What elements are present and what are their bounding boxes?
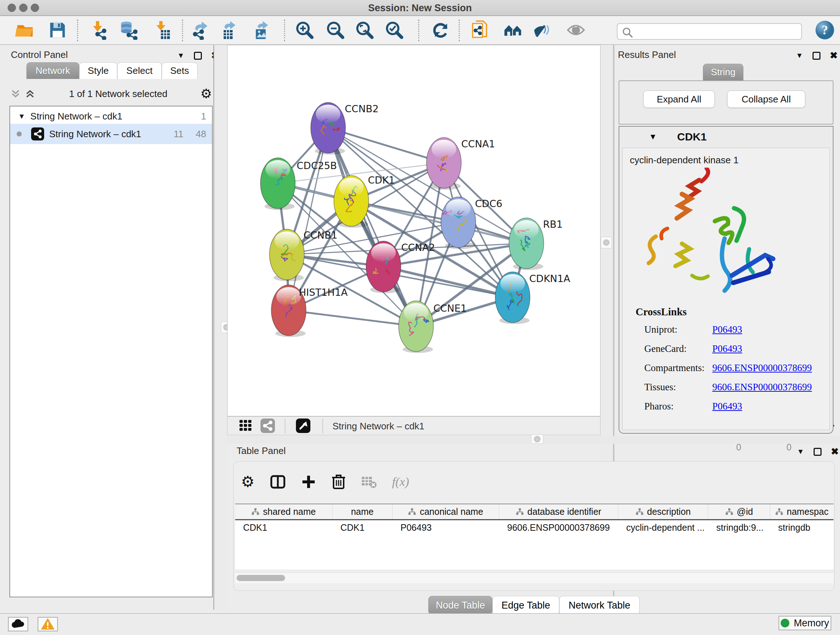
column-header-id[interactable]: @id [708,504,770,519]
genecard-link[interactable]: P06493 [712,343,742,355]
table-options-gear-icon[interactable]: ⚙ [241,474,255,489]
network-canvas[interactable]: CCNB2CCNA1CDC25BCDK1CDC6RB1CCNB1CCNA2CDK… [227,45,600,416]
home-networks-button[interactable] [502,20,523,41]
create-column-plus-icon[interactable] [301,474,316,489]
zoom-selected-button[interactable] [384,20,405,41]
help-button[interactable]: ? [814,20,835,41]
tab-style[interactable]: Style [79,62,117,79]
uniprot-link[interactable]: P06493 [712,324,742,335]
tab-node-table[interactable]: Node Table [428,596,493,615]
control-panel-float-menu-icon[interactable]: ▼ [177,51,185,60]
column-header-shared-name[interactable]: shared name [235,504,332,519]
import-database-icon [119,20,139,40]
collapse-all-button[interactable]: Collapse All [727,90,805,108]
collection-count: 1 [201,111,206,122]
pharos-link[interactable]: P06493 [712,401,742,412]
refresh-button[interactable] [430,20,451,41]
tab-select[interactable]: Select [117,62,162,79]
warning-status-button[interactable] [38,617,58,631]
left-panel-splitter[interactable] [213,45,227,610]
tab-network-table[interactable]: Network Table [559,596,639,615]
compartments-link[interactable]: 9606.ENSP00000378699 [712,363,812,374]
tissues-link[interactable]: 9606.ENSP00000378699 [712,382,812,393]
expand-all-button[interactable]: Expand All [643,90,715,108]
network-node-CCNA1[interactable] [426,138,461,190]
network-collection-row[interactable]: ▼ String Network – cdk1 1 [10,109,212,124]
cell-name[interactable]: CDK1 [332,520,393,535]
show-columns-icon[interactable] [270,474,286,490]
zoom-fit-button[interactable] [354,20,375,41]
import-network-icon [88,20,108,40]
expand-all-chevron-icon[interactable] [24,88,36,100]
accordion-expander-icon[interactable]: ▼ [649,132,657,141]
show-graphics-button[interactable] [565,20,586,41]
scrollbar-thumb[interactable] [237,575,285,581]
column-header-description[interactable]: description [618,504,708,519]
network-node-CCNB2[interactable] [311,103,346,155]
delete-column-trash-icon[interactable] [332,474,346,490]
open-session-button[interactable] [14,20,35,41]
results-panel-close-icon[interactable]: ✖ [830,50,838,61]
main-toolbar: ? [0,17,840,45]
memory-button[interactable]: Memory [778,616,831,630]
results-panel-float-icon[interactable] [813,52,821,60]
node-accordion-header[interactable]: ▼ CDK1 [619,127,833,147]
network-node-CDKN1A[interactable] [495,272,530,324]
birds-eye-view-button[interactable] [295,418,311,434]
control-panel-float-icon[interactable] [194,52,202,60]
cell-database-identifier[interactable]: 9606.ENSP00000378699 [499,520,618,535]
network-options-gear-icon[interactable]: ⚙ [201,87,212,100]
network-node-CDC6[interactable] [441,197,476,249]
import-network-database-button[interactable] [118,20,139,41]
results-panel-float-menu-icon[interactable]: ▼ [796,51,803,60]
tab-edge-table[interactable]: Edge Table [493,596,559,615]
network-edge-CCNB2-CCNA1[interactable] [328,128,444,163]
cloud-status-button[interactable] [8,617,28,631]
network-node-CDC25B[interactable] [261,158,295,210]
horizontal-splitter-handle[interactable] [531,434,543,444]
table-horizontal-scrollbar[interactable] [235,572,834,583]
collection-expander-icon[interactable]: ▼ [18,112,25,120]
cybrowser-document-button[interactable] [470,20,491,41]
network-node-CDK1[interactable] [334,176,369,228]
column-header-namespace[interactable]: namespac [770,504,834,519]
export-image-button[interactable] [251,20,272,41]
cell-canonical-name[interactable]: P06493 [393,520,499,535]
node-label-CDKN1A: CDKN1A [529,273,570,284]
export-table-button[interactable] [219,20,240,41]
zoom-in-button[interactable] [294,20,315,41]
grid-mode-button[interactable] [238,418,254,434]
network-mode-button[interactable] [259,418,276,434]
export-network-button[interactable] [189,20,210,41]
table-panel-close-icon[interactable]: ✖ [831,446,839,457]
right-splitter-handle[interactable] [601,237,612,249]
save-session-button[interactable] [47,20,68,41]
cell-namespace[interactable]: stringdb [770,520,834,535]
tab-sets[interactable]: Sets [162,62,197,79]
network-node-CCNE1[interactable] [399,301,433,353]
network-node-RB1[interactable] [509,218,544,270]
import-network-file-button[interactable] [88,20,109,41]
horizontal-splitter[interactable] [227,436,840,444]
cell-id[interactable]: stringdb:9... [708,520,770,535]
table-panel-float-menu-icon[interactable]: ▼ [797,448,804,456]
import-table-button[interactable] [151,20,172,41]
search-input[interactable] [637,25,796,38]
network-graph[interactable]: CCNB2CCNA1CDC25BCDK1CDC6RB1CCNB1CCNA2CDK… [227,45,600,416]
column-header-database-identifier[interactable]: database identifier [499,504,618,519]
table-panel-float-icon[interactable] [813,448,821,456]
network-node-CCNB1[interactable] [270,229,304,281]
column-header-name[interactable]: name [332,504,393,519]
tab-string[interactable]: String [703,64,744,80]
hide-unhide-button[interactable] [532,20,553,41]
tab-network[interactable]: Network [27,62,79,79]
cell-description[interactable]: cyclin-dependent ... [618,520,708,535]
zoom-out-button[interactable] [325,20,346,41]
network-row[interactable]: String Network – cdk1 11 48 [10,124,212,144]
cell-shared-name[interactable]: CDK1 [235,520,332,535]
collapse-all-chevron-icon[interactable] [9,88,22,100]
node-description: cyclin-dependent kinase 1 [630,155,739,166]
table-row[interactable]: CDK1 CDK1 P06493 9606.ENSP00000378699 cy… [235,520,834,535]
column-header-canonical-name[interactable]: canonical name [393,504,499,519]
network-edge-CCNE1-HIST1H1A[interactable] [289,310,416,326]
